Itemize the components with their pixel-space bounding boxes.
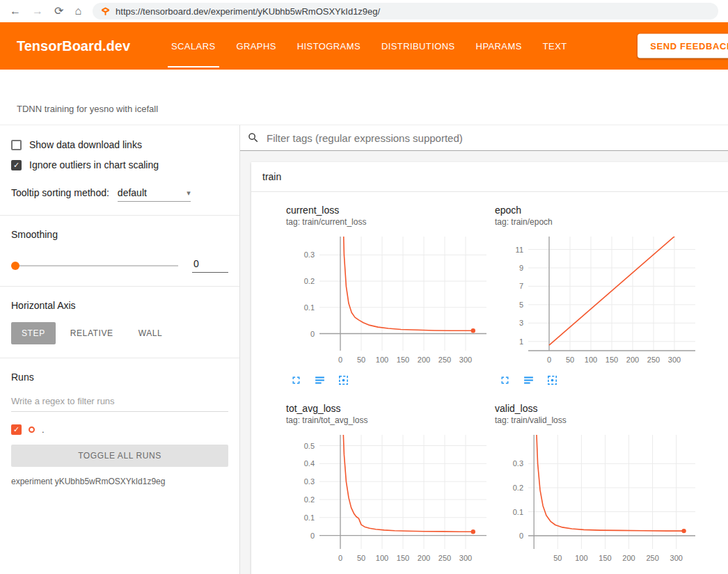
fit-domain-icon[interactable] [338,374,349,386]
section-header-train[interactable]: train [251,162,728,192]
fit-domain-icon[interactable] [546,374,558,386]
experiment-note: experiment yKUbhb5wRmOSXYkId1z9eg [11,477,228,486]
chart-toolbar [286,374,486,386]
reload-icon[interactable]: ⟳ [54,6,63,17]
svg-text:300: 300 [668,356,681,364]
filter-tags-row[interactable]: Filter tags (regular expressions support… [240,125,728,151]
browser-chrome: ← → ⟳ ⌂ https://tensorboard.dev/experime… [0,0,728,22]
chart-card-epoch: epochtag: train/epoch0501001502002503001… [491,196,699,394]
svg-text:0: 0 [338,356,342,364]
fullscreen-icon[interactable] [290,374,302,386]
axis-button-wall[interactable]: WALL [128,322,173,344]
svg-text:150: 150 [397,356,409,364]
svg-text:0.1: 0.1 [304,303,315,312]
svg-text:0.2: 0.2 [513,484,523,492]
forward-icon[interactable]: → [32,6,43,17]
checkbox-label: Ignore outliers in chart scaling [29,159,159,170]
checkbox-label: Show data download links [29,139,142,150]
svg-text:0.3: 0.3 [304,477,315,486]
tab-histograms[interactable]: HISTOGRAMS [287,22,371,70]
settings-sidebar: Show data download links ✓ Ignore outlie… [0,125,240,574]
svg-text:0: 0 [519,532,523,540]
axis-button-step[interactable]: STEP [11,322,56,344]
run-name: . [42,424,45,435]
divider [0,286,239,287]
svg-text:250: 250 [647,356,660,364]
svg-text:250: 250 [646,554,658,562]
svg-text:0.2: 0.2 [304,277,315,285]
svg-text:7: 7 [519,282,523,290]
tooltip-sorting-label: Tooltip sorting method: [11,187,109,198]
tensorboard-favicon [101,7,110,16]
line-chart[interactable]: 05010015020025030000.10.20.3 [286,232,492,372]
home-icon[interactable]: ⌂ [74,6,81,17]
svg-text:200: 200 [418,356,430,364]
back-icon[interactable]: ← [10,6,21,17]
send-feedback-button[interactable]: SEND FEEDBACK [638,34,728,58]
line-chart[interactable]: 05010015020025030000.10.20.30.40.5 [286,431,492,570]
app-header: TensorBoard.dev SCALARSGRAPHSHISTOGRAMSD… [0,22,728,70]
toggle-y-axis-icon[interactable] [523,374,535,386]
chart-toolbar [495,374,695,386]
svg-text:300: 300 [459,356,472,364]
tooltip-sorting-select[interactable]: default ▾ [118,187,191,202]
svg-text:50: 50 [566,356,574,364]
svg-text:300: 300 [670,554,683,562]
tab-graphs[interactable]: GRAPHS [226,22,287,70]
svg-text:200: 200 [418,554,430,562]
line-chart[interactable]: 0501001502002503001357911 [495,232,701,372]
run-checkbox[interactable]: ✓ [11,424,22,435]
experiment-title: TDNN training for yesno with icefall [17,104,158,114]
svg-text:0.5: 0.5 [304,442,315,450]
chart-tag: tag: train/epoch [495,217,695,227]
svg-text:50: 50 [357,356,365,364]
smoothing-slider: 0 [11,258,228,273]
svg-text:0.2: 0.2 [304,495,315,504]
chart-title: tot_avg_loss [286,403,486,414]
runs-filter-input[interactable]: Write a regex to filter runs [11,396,228,412]
run-color-dot [29,426,35,433]
runs-label: Runs [11,372,228,383]
svg-text:100: 100 [575,554,587,562]
svg-text:200: 200 [622,554,635,562]
slider-thumb[interactable] [11,262,19,270]
svg-text:0: 0 [547,356,551,364]
page: ← → ⟳ ⌂ https://tensorboard.dev/experime… [0,0,728,574]
tab-hparams[interactable]: HPARAMS [466,22,532,70]
ignore-outliers-checkbox[interactable]: ✓ Ignore outliers in chart scaling [11,159,228,170]
svg-text:5: 5 [519,301,523,309]
svg-text:250: 250 [438,554,451,562]
svg-text:200: 200 [626,356,639,364]
chart-tag: tag: train/current_loss [286,217,486,227]
tab-text[interactable]: TEXT [532,22,578,70]
tab-distributions[interactable]: DISTRIBUTIONS [371,22,466,70]
tooltip-sorting-row: Tooltip sorting method: default ▾ [11,187,228,202]
svg-text:50: 50 [357,554,365,562]
slider-track[interactable] [19,265,178,266]
checkbox-checked-icon: ✓ [11,160,22,170]
fullscreen-icon[interactable] [499,374,511,386]
line-chart[interactable]: 5010015020025030000.10.20.3 [495,431,701,570]
smoothing-label: Smoothing [11,229,228,240]
svg-text:50: 50 [553,554,562,562]
chart-title: valid_loss [495,403,695,414]
svg-text:0.3: 0.3 [513,459,523,468]
tab-scalars[interactable]: SCALARS [161,22,226,70]
chart-tag: tag: train/valid_loss [495,415,695,425]
svg-text:150: 150 [397,554,409,562]
filter-tags-placeholder: Filter tags (regular expressions support… [267,132,463,144]
toggle-y-axis-icon[interactable] [314,374,326,386]
divider [0,215,239,216]
svg-text:9: 9 [519,264,523,272]
svg-text:300: 300 [459,554,472,562]
axis-button-relative[interactable]: RELATIVE [60,322,124,344]
address-bar[interactable]: https://tensorboard.dev/experiment/yKUbh… [93,3,718,19]
toggle-all-runs-button[interactable]: TOGGLE ALL RUNS [11,445,228,467]
svg-text:150: 150 [599,554,611,562]
svg-text:0: 0 [338,554,342,562]
smoothing-value[interactable]: 0 [192,258,228,273]
svg-text:150: 150 [606,356,618,364]
show-download-links-checkbox[interactable]: Show data download links [11,139,228,150]
chart-card-tot_avg_loss: tot_avg_losstag: train/tot_avg_loss05010… [282,394,491,574]
svg-text:0.1: 0.1 [304,513,315,522]
